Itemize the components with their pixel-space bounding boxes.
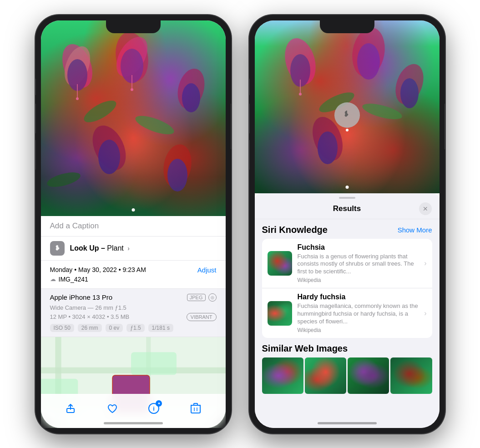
visual-lookup-dot — [346, 129, 349, 131]
aperture-value: ƒ1.5 — [126, 324, 144, 332]
phone-2-screen: Results ✕ Siri Knowledge Show More — [255, 20, 440, 428]
svg-rect-31 — [191, 405, 200, 413]
caption-area[interactable]: Add a Caption — [41, 216, 226, 237]
home-indicator-1 — [104, 422, 163, 424]
svg-point-14 — [76, 97, 79, 100]
similar-images-title: Similar Web Images — [262, 343, 432, 354]
siri-result-hardy-fuchsia[interactable]: Hardy fuchsia Fuchsia magellanica, commo… — [262, 288, 432, 338]
delete-button[interactable] — [186, 398, 206, 418]
lookup-row[interactable]: Look Up – Plant › — [41, 237, 226, 261]
phones-container: Add a Caption Look Up – Plant › — [35, 15, 445, 433]
info-button[interactable]: i ✦ — [144, 398, 164, 418]
siri-knowledge-title: Siri Knowledge — [262, 225, 328, 235]
info-notification-badge: ✦ — [156, 400, 162, 407]
caption-placeholder[interactable]: Add a Caption — [50, 221, 99, 230]
svg-text:i: i — [153, 405, 155, 412]
visual-lookup-button[interactable] — [334, 102, 360, 128]
similar-image-1[interactable] — [262, 357, 303, 394]
fuchsia-description: Fuchsia is a genus of flowering plants t… — [298, 253, 421, 276]
fuchsia-name: Fuchsia — [298, 243, 421, 252]
device-name: Apple iPhone 13 Pro — [50, 293, 113, 301]
filename: IMG_4241 — [59, 276, 88, 283]
photo-page-indicator — [131, 208, 135, 211]
svg-point-11 — [167, 159, 187, 191]
close-icon: ✕ — [423, 205, 428, 212]
notch-1 — [106, 20, 161, 33]
svg-point-17 — [133, 112, 176, 138]
power-button — [231, 104, 231, 149]
svg-point-39 — [357, 43, 380, 80]
svg-point-41 — [400, 78, 419, 108]
hardy-fuchsia-source: Wikipedia — [298, 327, 421, 333]
siri-result-fuchsia[interactable]: Fuchsia Fuchsia is a genus of flowering … — [262, 239, 432, 289]
favorite-button[interactable] — [102, 398, 122, 418]
hardy-fuchsia-name: Hardy fuchsia — [298, 293, 421, 301]
siri-knowledge-section: Siri Knowledge Show More Fuchsia Fuchsia… — [255, 219, 440, 338]
flower-photo-2[interactable] — [255, 20, 440, 193]
volume-down-button — [35, 140, 36, 170]
photo-page-indicator-2 — [345, 186, 349, 189]
filename-row: ☁ IMG_4241 — [50, 276, 217, 283]
notch-2 — [320, 20, 374, 33]
shutter-speed: 1/181 s — [148, 324, 173, 332]
dot-1 — [131, 208, 135, 211]
svg-point-16 — [81, 96, 119, 126]
hardy-fuchsia-description: Fuchsia magellanica, commonly known as t… — [298, 302, 421, 326]
iso-value: ISO 50 — [50, 324, 74, 332]
mute-button — [35, 79, 36, 95]
mute-button-2 — [249, 79, 250, 95]
share-button[interactable] — [61, 398, 81, 418]
svg-point-18 — [45, 169, 81, 190]
cloud-icon: ☁ — [50, 276, 56, 282]
adjust-button[interactable]: Adjust — [197, 266, 217, 274]
lookup-icon — [50, 241, 65, 256]
lookup-text: Look Up – Plant › — [70, 244, 130, 252]
similar-image-2[interactable] — [305, 357, 346, 394]
close-results-button[interactable]: ✕ — [419, 202, 432, 215]
flower-photo-1[interactable] — [41, 20, 226, 216]
svg-point-7 — [182, 83, 200, 112]
power-button-2 — [445, 104, 445, 149]
lookup-label: Look Up – — [70, 244, 105, 252]
photo-date: Monday • May 30, 2022 • 9:23 AM — [50, 266, 146, 273]
home-indicator-2 — [318, 422, 377, 424]
results-title: Results — [333, 204, 361, 213]
lookup-chevron: › — [127, 245, 130, 252]
similar-image-3[interactable] — [348, 357, 389, 394]
results-panel[interactable]: Results ✕ Siri Knowledge Show More — [255, 193, 440, 428]
svg-point-47 — [361, 100, 404, 122]
ev-value: 0 ev — [106, 324, 123, 332]
resolution-row: 12 MP • 3024 × 4032 • 3.5 MB VIBRANT — [50, 313, 217, 321]
resolution-text: 12 MP • 3024 × 4032 • 3.5 MB — [50, 313, 130, 320]
device-row: Apple iPhone 13 Pro JPEG ◎ — [50, 293, 217, 302]
volume-up-button-2 — [249, 104, 250, 133]
jpeg-badge: JPEG — [187, 294, 206, 301]
svg-rect-25 — [131, 352, 177, 375]
hardy-fuchsia-content: Hardy fuchsia Fuchsia magellanica, commo… — [298, 293, 421, 333]
volume-up-button — [35, 104, 36, 133]
hardy-fuchsia-thumbnail — [268, 301, 292, 326]
phone-2: Results ✕ Siri Knowledge Show More — [249, 15, 445, 433]
phone-1-content: Add a Caption Look Up – Plant › — [41, 20, 226, 428]
camera-spec: Wide Camera — 26 mm ƒ1.5 — [50, 304, 217, 311]
camera-settings-icon: ◎ — [208, 293, 217, 302]
similar-image-4[interactable] — [390, 357, 432, 394]
show-more-button[interactable]: Show More — [398, 226, 432, 234]
svg-rect-33 — [194, 403, 197, 405]
svg-point-43 — [318, 131, 338, 164]
siri-results-card: Fuchsia Fuchsia is a genus of flowering … — [262, 239, 432, 338]
dot-2 — [345, 186, 349, 189]
fuchsia-source: Wikipedia — [298, 277, 421, 283]
svg-point-15 — [131, 88, 133, 91]
photo-info-section: Monday • May 30, 2022 • 9:23 AM Adjust ☁… — [41, 261, 226, 289]
date-row: Monday • May 30, 2022 • 9:23 AM Adjust — [50, 266, 217, 274]
vibrant-badge: VIBRANT — [187, 313, 217, 321]
similar-images-grid — [262, 357, 432, 394]
results-header: Results ✕ — [255, 199, 440, 219]
svg-point-45 — [299, 93, 302, 96]
fuchsia-thumbnail — [268, 251, 292, 276]
device-section: Apple iPhone 13 Pro JPEG ◎ Wide Camera —… — [41, 289, 226, 337]
phone-1-screen: Add a Caption Look Up – Plant › — [41, 20, 226, 428]
fuchsia-chevron-icon: › — [424, 259, 426, 267]
similar-images-section: Similar Web Images — [255, 338, 440, 394]
